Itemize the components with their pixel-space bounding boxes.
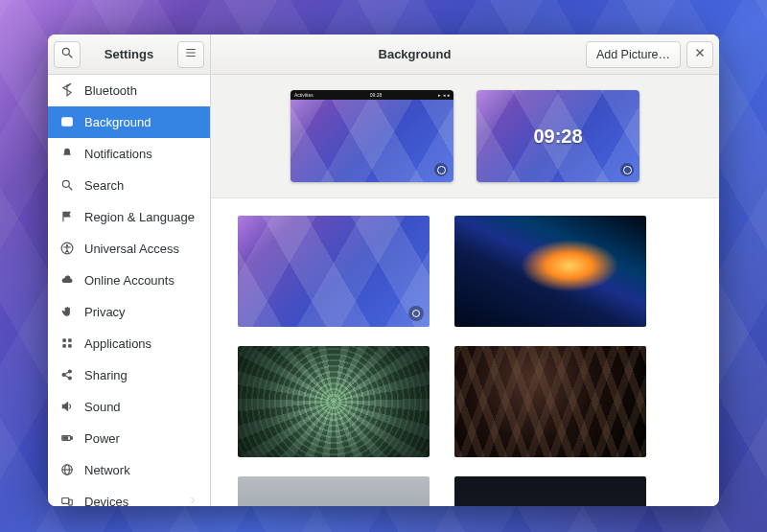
sidebar-item-label: Universal Access — [84, 242, 179, 256]
sidebar-item-label: Devices — [84, 495, 128, 507]
hamburger-icon — [184, 46, 198, 62]
close-button[interactable] — [686, 41, 713, 68]
sidebar-item-power[interactable]: Power — [48, 423, 210, 454]
settings-sidebar: Bluetooth Background Notifications Searc… — [48, 75, 210, 506]
time-variant-icon — [620, 163, 634, 176]
sidebar-item-label: Power — [84, 431, 120, 446]
wallpaper-thumb[interactable] — [454, 346, 646, 457]
sidebar-item-online-accounts[interactable]: Online Accounts — [48, 265, 210, 296]
sidebar-item-sharing[interactable]: Sharing — [48, 359, 210, 391]
sidebar-item-notifications[interactable]: Notifications — [48, 138, 210, 170]
sidebar-item-sound[interactable]: Sound — [48, 391, 210, 423]
content-title: Background — [249, 47, 580, 61]
time-variant-icon — [434, 163, 448, 176]
background-preview-area: Activities 09:28 ▸ ◂ ● 09:28 — [211, 75, 719, 198]
sidebar-item-privacy[interactable]: Privacy — [48, 296, 210, 328]
svg-rect-5 — [62, 118, 73, 126]
time-variant-icon — [408, 306, 424, 321]
wallpaper-thumb[interactable] — [238, 216, 430, 327]
bluetooth-icon — [59, 83, 75, 97]
svg-rect-13 — [62, 344, 66, 348]
svg-line-19 — [65, 376, 69, 378]
sidebar-item-search[interactable]: Search — [48, 170, 210, 201]
svg-rect-22 — [63, 437, 68, 439]
sidebar-item-label: Online Accounts — [84, 273, 174, 288]
wallpaper-grid — [211, 198, 719, 506]
add-picture-button[interactable]: Add Picture… — [586, 41, 681, 68]
sidebar-item-network[interactable]: Network — [48, 454, 210, 486]
primary-menu-button[interactable] — [177, 41, 204, 68]
wallpaper-thumb[interactable] — [238, 346, 430, 457]
sidebar-item-label: Region & Language — [84, 210, 195, 224]
svg-line-1 — [69, 55, 73, 58]
settings-window: Settings Bluetooth Background Notificati… — [48, 35, 719, 506]
sidebar-item-devices[interactable]: Devices — [48, 486, 210, 506]
flag-icon — [59, 210, 75, 223]
accessibility-icon — [59, 242, 75, 255]
svg-rect-14 — [68, 344, 72, 348]
sidebar-item-label: Sound — [84, 400, 121, 414]
svg-line-8 — [69, 187, 73, 191]
left-title: Settings — [86, 47, 172, 61]
sidebar-item-label: Network — [84, 463, 130, 477]
sidebar-item-label: Bluetooth — [84, 83, 137, 98]
bell-icon — [59, 147, 75, 160]
right-headerbar: Background Add Picture… — [211, 35, 719, 75]
wallpaper-thumb[interactable] — [238, 476, 430, 506]
search-button[interactable] — [54, 41, 81, 68]
chevron-right-icon — [187, 495, 198, 507]
svg-line-18 — [65, 372, 69, 374]
sound-icon — [59, 400, 75, 413]
network-icon — [59, 463, 75, 476]
search-icon — [59, 178, 75, 192]
lockscreen-preview[interactable]: 09:28 — [476, 90, 639, 182]
settings-content-panel: Background Add Picture… Activities 09:28… — [211, 35, 719, 506]
svg-point-0 — [62, 48, 69, 55]
sidebar-item-label: Privacy — [84, 305, 126, 319]
sidebar-item-label: Applications — [84, 336, 151, 351]
svg-point-7 — [62, 180, 69, 187]
sidebar-item-label: Sharing — [84, 368, 128, 382]
desktop-preview-topbar: Activities 09:28 ▸ ◂ ● — [291, 90, 453, 100]
sidebar-item-label: Notifications — [84, 147, 152, 161]
svg-rect-26 — [62, 498, 69, 504]
share-icon — [59, 368, 75, 382]
svg-rect-12 — [68, 338, 72, 342]
apps-icon — [59, 336, 75, 350]
power-icon — [59, 431, 75, 445]
desktop-preview[interactable]: Activities 09:28 ▸ ◂ ● — [291, 90, 453, 182]
svg-rect-11 — [62, 338, 66, 342]
wallpaper-thumb[interactable] — [454, 216, 646, 327]
sidebar-item-label: Background — [84, 115, 151, 129]
sidebar-item-background[interactable]: Background — [48, 106, 210, 138]
svg-point-10 — [66, 244, 68, 246]
search-icon — [60, 46, 74, 62]
sidebar-item-bluetooth[interactable]: Bluetooth — [48, 75, 210, 106]
left-headerbar: Settings — [48, 35, 210, 75]
sidebar-item-applications[interactable]: Applications — [48, 328, 210, 359]
hand-icon — [59, 305, 75, 318]
cloud-icon — [59, 273, 75, 287]
sidebar-item-universal-access[interactable]: Universal Access — [48, 233, 210, 265]
close-icon — [693, 46, 707, 62]
sidebar-item-region-language[interactable]: Region & Language — [48, 201, 210, 233]
lockscreen-clock: 09:28 — [476, 90, 639, 182]
svg-rect-27 — [69, 499, 73, 505]
wallpaper-thumb[interactable] — [454, 476, 646, 506]
sidebar-item-label: Search — [84, 178, 124, 193]
settings-left-panel: Settings Bluetooth Background Notificati… — [48, 35, 211, 506]
svg-rect-21 — [71, 437, 72, 439]
devices-icon — [59, 495, 75, 506]
background-icon — [59, 115, 75, 128]
